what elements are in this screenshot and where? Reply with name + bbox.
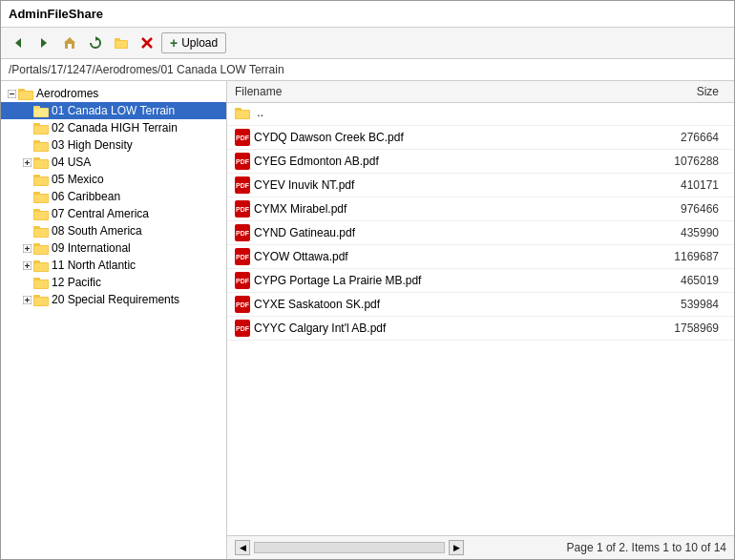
scroll-left-button[interactable]: ◀ (235, 540, 250, 555)
tree-toggle-item-20[interactable] (20, 293, 33, 306)
file-size-cell: 435990 (607, 221, 734, 245)
tree-label-item-01: 01 Canada LOW Terrain (52, 104, 175, 117)
svg-marker-1 (41, 38, 47, 48)
tree-label-item-11: 11 North Atlantic (52, 259, 136, 272)
tree-item-item-02[interactable]: 02 Canada HIGH Terrain (1, 119, 226, 136)
tree-item-item-07[interactable]: 07 Central America (1, 205, 226, 222)
svg-marker-0 (15, 38, 21, 48)
file-name-cell: PDFCYXE Saskatoon SK.pdf (227, 293, 607, 317)
back-icon (11, 36, 25, 50)
svg-rect-63 (34, 298, 48, 305)
pdf-icon: PDF (235, 200, 250, 218)
forward-button[interactable] (32, 31, 55, 54)
table-row[interactable]: PDFCYEV Inuvik NT.pdf410171 (227, 174, 734, 197)
parent-folder-link[interactable]: .. (235, 106, 263, 119)
file-size-cell: 1076288 (607, 150, 734, 174)
scroll-track[interactable] (254, 542, 445, 553)
svg-marker-3 (64, 37, 75, 43)
home-icon (63, 36, 76, 50)
svg-rect-18 (34, 109, 48, 116)
tree-label-item-02: 02 Canada HIGH Terrain (52, 121, 178, 135)
tree-item-item-05[interactable]: 05 Mexico (1, 171, 226, 188)
tree-items-container: 01 Canada LOW Terrain02 Canada HIGH Terr… (1, 102, 226, 308)
tree-label-item-05: 05 Mexico (52, 173, 104, 186)
file-icon-row: PDFCYDQ Dawson Creek BC.pdf (235, 129, 404, 146)
tree-item-item-12[interactable]: 12 Pacific (1, 274, 226, 291)
table-row[interactable]: .. (227, 103, 734, 126)
pdf-icon: PDF (235, 320, 250, 337)
table-row[interactable]: PDFCYEG Edmonton AB.pdf1076288 (227, 150, 734, 174)
back-button[interactable] (7, 31, 30, 54)
tree-toggle-item-11[interactable] (20, 259, 33, 272)
scroll-right-button[interactable]: ▶ (449, 540, 464, 555)
tree-label-item-20: 20 Special Requirements (52, 293, 179, 306)
file-name-cell: PDFCYYC Calgary Int'l AB.pdf (227, 317, 607, 341)
tree-toggle-item-09[interactable] (20, 241, 33, 255)
file-table: Filename Size ..PDFCYDQ Dawson Creek BC.… (227, 81, 734, 341)
file-name-cell: PDFCYOW Ottawa.pdf (227, 245, 607, 269)
refresh-button[interactable] (84, 31, 107, 54)
svg-rect-56 (33, 278, 40, 280)
tree-toggle-item-04[interactable] (20, 156, 33, 169)
svg-rect-65 (235, 108, 242, 111)
svg-rect-35 (33, 192, 40, 195)
svg-rect-24 (34, 143, 48, 151)
file-name-cell: PDFCYMX Mirabel.pdf (227, 197, 607, 221)
table-row[interactable]: PDFCYPG Portage La Prairie MB.pdf465019 (227, 269, 734, 293)
file-icon-row: PDFCYYC Calgary Int'l AB.pdf (235, 320, 386, 337)
tree-item-item-08[interactable]: 08 South America (1, 222, 226, 239)
svg-rect-4 (68, 44, 72, 49)
footer-bar: ◀ ▶ Page 1 of 2. Items 1 to 10 of 14 (227, 535, 734, 559)
file-size-cell: 410171 (607, 174, 734, 197)
pdf-icon: PDF (235, 129, 250, 146)
tree-item-item-20[interactable]: 20 Special Requirements (1, 291, 226, 308)
tree-item-item-04[interactable]: 04 USA (1, 154, 226, 171)
svg-rect-42 (34, 229, 48, 237)
file-size-cell: 465019 (607, 269, 734, 293)
svg-rect-7 (115, 38, 120, 41)
breadcrumb: /Portals/17/1247/Aerodromes/01 Canada LO… (1, 59, 734, 81)
folder-icon-item-11 (33, 259, 49, 272)
svg-rect-66 (236, 111, 249, 118)
svg-rect-14 (18, 89, 25, 92)
file-size-cell: 1758969 (607, 317, 734, 341)
upload-label: Upload (181, 36, 218, 50)
table-row[interactable]: PDFCYMX Mirabel.pdf976466 (227, 197, 734, 221)
file-name-cell: .. (227, 103, 607, 126)
forward-icon (37, 36, 51, 50)
tree-root-toggle[interactable] (5, 87, 18, 100)
svg-rect-62 (33, 295, 40, 298)
folder-icon-item-07 (33, 207, 49, 220)
table-row[interactable]: PDFCYOW Ottawa.pdf1169687 (227, 245, 734, 269)
svg-rect-30 (34, 160, 48, 168)
table-row[interactable]: PDFCYYC Calgary Int'l AB.pdf1758969 (227, 317, 734, 341)
upload-button[interactable]: + Upload (161, 32, 226, 53)
table-row[interactable]: PDFCYXE Saskatoon SK.pdf539984 (227, 293, 734, 317)
tree-root[interactable]: Aerodromes (1, 85, 226, 102)
title-bar: AdminFileShare (1, 1, 734, 28)
tree-item-item-03[interactable]: 03 High Density (1, 136, 226, 154)
delete-button[interactable] (136, 31, 158, 54)
file-size-cell: 976466 (607, 197, 734, 221)
open-icon (114, 36, 129, 50)
tree-item-item-06[interactable]: 06 Caribbean (1, 188, 226, 205)
file-table-area: Filename Size ..PDFCYDQ Dawson Creek BC.… (227, 81, 734, 535)
table-row[interactable]: PDFCYND Gatineau.pdf435990 (227, 221, 734, 245)
tree-item-item-09[interactable]: 09 International (1, 239, 226, 257)
app-title: AdminFileShare (9, 7, 103, 21)
upload-plus-icon: + (170, 35, 178, 51)
file-name-cell: PDFCYDQ Dawson Creek BC.pdf (227, 126, 607, 150)
svg-rect-48 (34, 246, 48, 254)
tree-item-item-11[interactable]: 11 North Atlantic (1, 257, 226, 274)
file-name-cell: PDFCYPG Portage La Prairie MB.pdf (227, 269, 607, 293)
home-button[interactable] (58, 31, 81, 54)
tree-item-item-01[interactable]: 01 Canada LOW Terrain (1, 102, 226, 119)
table-row[interactable]: PDFCYDQ Dawson Creek BC.pdf276664 (227, 126, 734, 150)
open-button[interactable] (110, 31, 133, 54)
tree-label-item-03: 03 High Density (52, 138, 133, 152)
pdf-icon: PDF (235, 176, 250, 194)
app-window: AdminFileShare (0, 0, 735, 560)
pdf-icon: PDF (235, 272, 250, 289)
svg-rect-41 (33, 226, 40, 229)
folder-icon-item-01 (33, 104, 49, 117)
